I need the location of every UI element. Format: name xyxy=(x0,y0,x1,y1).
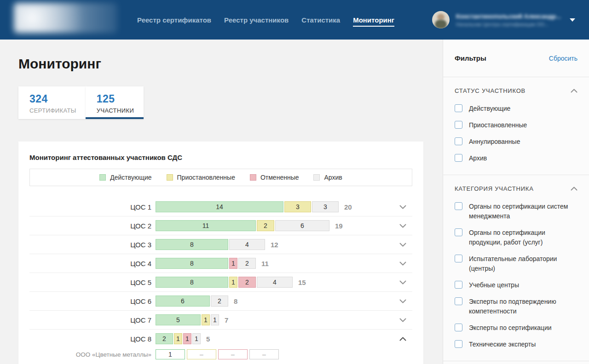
nav-item-statistics[interactable]: Статистика xyxy=(301,13,340,27)
chart-row-group-4: ЦОС 481211 xyxy=(29,254,412,273)
filter-option-label: Архив xyxy=(469,154,487,163)
checkbox-unchecked[interactable] xyxy=(455,324,462,331)
chart-row-5[interactable]: ЦОС 5812415 xyxy=(29,273,412,291)
legend-swatch-suspended xyxy=(167,174,173,181)
legend-label: Приостановленные xyxy=(177,174,235,181)
filters-title: Фильтры xyxy=(455,54,486,62)
bar-segment-active: 11 xyxy=(156,220,256,231)
bar-segment-cancelled: 1 xyxy=(229,258,237,269)
legend-label: Действующие xyxy=(110,174,151,181)
filter-section-2: КАТЕГОРИЯ УЧАСТНИКАОрганы по сертификаци… xyxy=(443,175,589,361)
checkbox-unchecked[interactable] xyxy=(455,104,462,112)
row-expand-chevron-down-icon[interactable] xyxy=(398,203,407,210)
checkbox-unchecked[interactable] xyxy=(455,202,462,210)
checkbox-unchecked[interactable] xyxy=(455,281,462,289)
legend-item-suspended: Приостановленные xyxy=(167,174,235,181)
filter-option[interactable]: Учебные центры xyxy=(455,280,577,290)
checkbox-unchecked[interactable] xyxy=(455,137,462,145)
stacked-bar: 8124 xyxy=(156,277,294,288)
filter-option[interactable]: Органы по сертификации систем менеджмент… xyxy=(455,202,577,221)
user-menu[interactable]: Константинопольский Александр... Начальн… xyxy=(432,0,575,40)
reset-filters-link[interactable]: Сбросить xyxy=(549,55,577,62)
filter-option-label: Эксперты по подтверждению компетентности xyxy=(469,297,577,316)
tab-certificates[interactable]: 324СЕРТИФИКАТЫ xyxy=(18,86,86,119)
checkbox-unchecked[interactable] xyxy=(455,297,462,305)
bar-segment-active: 8 xyxy=(156,258,228,269)
stacked-bar: 2111 xyxy=(156,333,202,344)
bar-segment-active: 8 xyxy=(156,239,228,250)
filter-option[interactable]: Аннулированные xyxy=(455,137,577,147)
filter-option[interactable]: Архив xyxy=(455,154,577,163)
chart-rows: ЦОС 1143320ЦОС 2112619ЦОС 38412ЦОС 48121… xyxy=(29,198,412,364)
chart-row-group-2: ЦОС 2112619 xyxy=(29,216,412,235)
sub-row-cell-archive: – xyxy=(249,349,279,359)
logo[interactable] xyxy=(14,3,117,33)
chart-row-group-7: ЦОС 75117 xyxy=(29,310,412,329)
chart-row-group-3: ЦОС 38412 xyxy=(29,235,412,254)
row-label: ЦОС 5 xyxy=(29,279,156,286)
filter-option[interactable]: Приостановленные xyxy=(455,120,577,130)
filter-option-label: Учебные центры xyxy=(469,280,519,290)
checkbox-unchecked[interactable] xyxy=(455,255,462,262)
legend-swatch-archive xyxy=(313,174,320,181)
filter-option[interactable]: Органы по сертификации продукции, работ … xyxy=(455,228,577,247)
row-total: 20 xyxy=(344,203,352,211)
row-collapse-chevron-up-icon[interactable] xyxy=(398,335,407,342)
filter-option-label: Технические эксперты xyxy=(469,340,536,349)
filter-option[interactable]: Технические эксперты xyxy=(455,340,577,349)
checkbox-unchecked[interactable] xyxy=(455,340,462,348)
chart-row-8[interactable]: ЦОС 821115 xyxy=(29,330,412,348)
bar-segment-suspended: 1 xyxy=(202,314,210,325)
checkbox-unchecked[interactable] xyxy=(455,154,462,162)
row-expand-chevron-down-icon[interactable] xyxy=(398,297,407,305)
section-chevron-up-icon[interactable] xyxy=(571,86,577,95)
chart-row-2[interactable]: ЦОС 2112619 xyxy=(29,216,412,235)
sub-row-cell-suspended: – xyxy=(187,349,216,359)
row-expand-chevron-down-icon[interactable] xyxy=(398,260,407,267)
chart-row-7[interactable]: ЦОС 75117 xyxy=(29,311,412,329)
nav-item-participants-registry[interactable]: Реестр участников xyxy=(224,13,289,27)
bar-segment-active: 2 xyxy=(156,333,173,344)
filter-option[interactable]: Действующие xyxy=(455,104,577,114)
filter-option[interactable]: Эксперты по подтверждению компетентности xyxy=(455,297,577,316)
user-role: Начальник Центра сертификации ОО... xyxy=(456,22,555,27)
filter-option[interactable]: Эксперты по сертификации xyxy=(455,323,577,333)
user-name: Константинопольский Александр... xyxy=(456,13,555,20)
bar-segment-active: 8 xyxy=(156,277,228,288)
nav-item-monitoring[interactable]: Мониторинг xyxy=(353,13,394,27)
chart-row-6[interactable]: ЦОС 6628 xyxy=(29,292,412,310)
filter-option[interactable]: Испытательные лаборатории (центры) xyxy=(455,254,577,273)
bar-segment-archive: 1 xyxy=(192,333,201,344)
checkbox-unchecked[interactable] xyxy=(455,228,462,236)
row-expand-chevron-down-icon[interactable] xyxy=(398,241,407,248)
chart-row-group-5: ЦОС 5812415 xyxy=(29,273,412,291)
section-chevron-up-icon[interactable] xyxy=(571,184,577,193)
chart-row-3[interactable]: ЦОС 38412 xyxy=(29,235,412,254)
row-label: ЦОС 2 xyxy=(29,222,156,230)
filter-section-header[interactable]: КАТЕГОРИЯ УЧАСТНИКА xyxy=(455,184,577,193)
chart-row-1[interactable]: ЦОС 1143320 xyxy=(29,198,412,216)
bar-segment-archive: 4 xyxy=(257,277,293,288)
filter-section-header[interactable]: СТАТУС УЧАСТНИКОВ xyxy=(455,86,577,95)
legend-label: Архив xyxy=(324,174,342,181)
row-expand-chevron-down-icon[interactable] xyxy=(398,222,407,229)
checkbox-unchecked[interactable] xyxy=(455,121,462,129)
chart-sub-row: ООО «Цветные металлы»1––– xyxy=(29,348,412,364)
legend-item-cancelled: Отмененные xyxy=(250,174,299,181)
bar-segment-archive: 2 xyxy=(211,296,228,307)
row-expand-chevron-down-icon[interactable] xyxy=(398,316,407,324)
bar-segment-suspended: 1 xyxy=(229,277,237,288)
legend-swatch-active xyxy=(99,174,106,181)
stacked-bar: 812 xyxy=(156,258,257,269)
top-nav-bar: Реестр сертификатовРеестр участниковСтат… xyxy=(0,0,589,40)
main-nav: Реестр сертификатовРеестр участниковСтат… xyxy=(137,0,394,40)
chart-row-4[interactable]: ЦОС 481211 xyxy=(29,254,412,273)
tab-participants[interactable]: 125УЧАСТНИКИ xyxy=(86,86,144,119)
nav-item-certificates-registry[interactable]: Реестр сертификатов xyxy=(137,13,211,27)
legend-swatch-cancelled xyxy=(250,174,256,181)
row-label: ЦОС 6 xyxy=(29,297,156,305)
chart-row-group-8: ЦОС 821115ООО «Цветные металлы»1––– xyxy=(29,329,412,364)
stacked-bar: 62 xyxy=(156,296,229,307)
row-expand-chevron-down-icon[interactable] xyxy=(398,279,407,286)
chevron-down-icon[interactable] xyxy=(570,18,575,22)
